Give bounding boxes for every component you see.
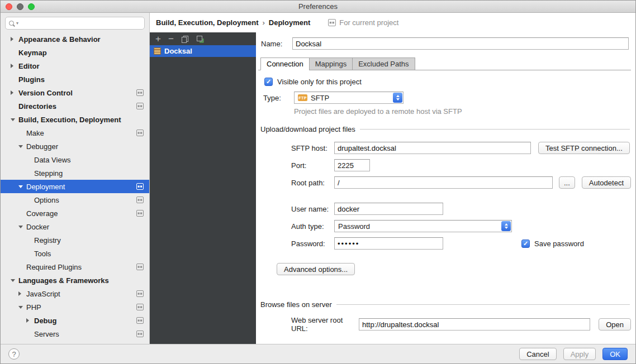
sidebar-item-directories[interactable]: Directories	[1, 99, 149, 113]
test-sftp-connection-button[interactable]: Test SFTP connection...	[538, 142, 630, 154]
sidebar-item-keymap[interactable]: Keymap	[1, 46, 149, 59]
sidebar-item-languages-frameworks[interactable]: Languages & Frameworks	[1, 274, 149, 287]
sidebar-item-editor[interactable]: Editor	[1, 59, 149, 73]
scope-label: For current project	[339, 18, 398, 27]
ok-button[interactable]: OK	[602, 348, 628, 360]
sidebar-item-label: Data Views	[34, 156, 71, 164]
auth-type-dropdown[interactable]: Password	[334, 220, 512, 232]
sidebar-item-debug[interactable]: Debug	[1, 314, 149, 327]
visible-only-checkbox[interactable]	[264, 78, 273, 86]
current-project-icon	[136, 197, 144, 203]
chevron-down-icon[interactable]	[18, 185, 26, 188]
current-project-icon	[136, 304, 144, 310]
auth-type-value: Password	[338, 222, 501, 231]
advanced-options-button[interactable]: Advanced options...	[277, 263, 355, 275]
sidebar-item-make[interactable]: Make	[1, 126, 149, 140]
traffic-lights	[6, 3, 35, 10]
remove-server-button[interactable]: −	[168, 34, 174, 44]
sidebar-item-build-execution-deployment[interactable]: Build, Execution, Deployment	[1, 113, 149, 126]
move-server-button[interactable]	[196, 35, 204, 43]
current-project-icon	[136, 210, 144, 217]
sidebar-item-registry[interactable]: Registry	[1, 233, 149, 247]
sidebar-item-label: PHP	[26, 303, 41, 312]
tab-mappings[interactable]: Mappings	[309, 58, 353, 70]
cancel-button[interactable]: Cancel	[519, 348, 556, 360]
sidebar-item-tools[interactable]: Tools	[1, 247, 149, 260]
current-project-icon	[136, 290, 144, 297]
sidebar-item-php[interactable]: PHP	[1, 300, 149, 314]
sidebar-item-label: Build, Execution, Deployment	[18, 116, 121, 124]
sidebar-item-javascript[interactable]: JavaScript	[1, 287, 149, 300]
chevron-right-icon[interactable]	[11, 37, 18, 41]
save-password-checkbox[interactable]	[521, 240, 530, 248]
section-divider	[336, 304, 630, 305]
sidebar-item-label: Deployment	[26, 183, 65, 191]
open-url-button[interactable]: Open	[599, 318, 631, 331]
type-dropdown[interactable]: FTP SFTP	[294, 92, 404, 104]
apply-button[interactable]: Apply	[563, 348, 596, 360]
breadcrumb: Build, Execution, Deployment › Deploymen…	[150, 13, 635, 32]
sidebar-item-data-views[interactable]: Data Views	[1, 153, 149, 166]
sidebar-item-label: JavaScript	[26, 290, 60, 298]
root-path-input[interactable]	[334, 176, 553, 189]
breadcrumb-section[interactable]: Build, Execution, Deployment	[156, 18, 258, 27]
sidebar-item-label: Servers	[34, 330, 59, 338]
chevron-down-icon[interactable]	[18, 145, 26, 148]
sidebar-item-docker[interactable]: Docker	[1, 220, 149, 233]
chevron-right-icon[interactable]	[18, 291, 26, 296]
settings-search[interactable]: ▾	[5, 17, 145, 30]
sidebar-item-debugger[interactable]: Debugger	[1, 140, 149, 153]
web-server-root-url-input[interactable]	[359, 318, 590, 331]
chevron-right-icon[interactable]	[11, 90, 18, 95]
settings-search-input[interactable]	[20, 19, 141, 27]
name-input[interactable]	[292, 37, 629, 50]
dropdown-stepper-icon[interactable]	[501, 221, 511, 231]
visible-only-label: Visible only for this project	[277, 78, 362, 86]
sidebar-item-servers[interactable]: Servers	[1, 327, 149, 341]
server-list-panel: + − Docksal	[150, 32, 256, 344]
browse-root-path-button[interactable]: ...	[559, 176, 575, 189]
sidebar-item-required-plugins[interactable]: Required Plugins	[1, 260, 149, 274]
port-input[interactable]	[334, 159, 370, 171]
chevron-right-icon[interactable]	[26, 318, 34, 323]
section-divider	[360, 129, 630, 130]
current-project-icon	[136, 317, 144, 324]
chevron-down-icon[interactable]	[11, 118, 18, 121]
user-name-input[interactable]	[334, 203, 443, 215]
copy-server-button[interactable]	[181, 35, 189, 43]
sidebar-item-label: Editor	[18, 62, 40, 70]
titlebar: Preferences	[1, 1, 635, 13]
search-options-chevron-icon[interactable]: ▾	[16, 21, 18, 26]
chevron-down-icon[interactable]	[18, 306, 26, 309]
dropdown-stepper-icon[interactable]	[393, 93, 402, 103]
add-server-button[interactable]: +	[155, 34, 161, 44]
server-icon	[154, 47, 161, 55]
sftp-host-input[interactable]	[334, 142, 531, 154]
server-list-item-docksal[interactable]: Docksal	[150, 45, 256, 57]
help-button[interactable]: ?	[8, 348, 20, 360]
tab-excluded-paths[interactable]: Excluded Paths	[352, 58, 415, 70]
search-icon	[9, 20, 16, 27]
sidebar-item-plugins[interactable]: Plugins	[1, 73, 149, 86]
breadcrumb-separator: ›	[262, 18, 264, 27]
sidebar-item-label: Plugins	[18, 75, 45, 84]
auth-type-label: Auth type:	[291, 222, 334, 231]
sidebar-item-appearance-behavior[interactable]: Appearance & Behavior	[1, 32, 149, 46]
current-project-icon	[136, 130, 144, 136]
sidebar-item-label: Options	[34, 196, 59, 204]
sftp-icon: FTP	[298, 94, 307, 101]
port-label: Port:	[291, 161, 334, 170]
tab-connection[interactable]: Connection	[260, 58, 310, 70]
autodetect-button[interactable]: Autodetect	[582, 176, 631, 189]
chevron-down-icon[interactable]	[18, 226, 26, 228]
chevron-right-icon[interactable]	[11, 64, 18, 68]
sidebar-item-options[interactable]: Options	[1, 193, 149, 207]
zoom-window-button[interactable]	[28, 3, 35, 10]
password-input[interactable]	[334, 237, 443, 250]
sidebar-item-coverage[interactable]: Coverage	[1, 207, 149, 220]
sidebar-item-version-control[interactable]: Version Control	[1, 86, 149, 99]
sidebar-item-deployment[interactable]: Deployment	[1, 180, 149, 193]
sidebar-item-stepping[interactable]: Stepping	[1, 166, 149, 180]
chevron-down-icon[interactable]	[11, 279, 18, 282]
close-window-button[interactable]	[6, 3, 12, 10]
